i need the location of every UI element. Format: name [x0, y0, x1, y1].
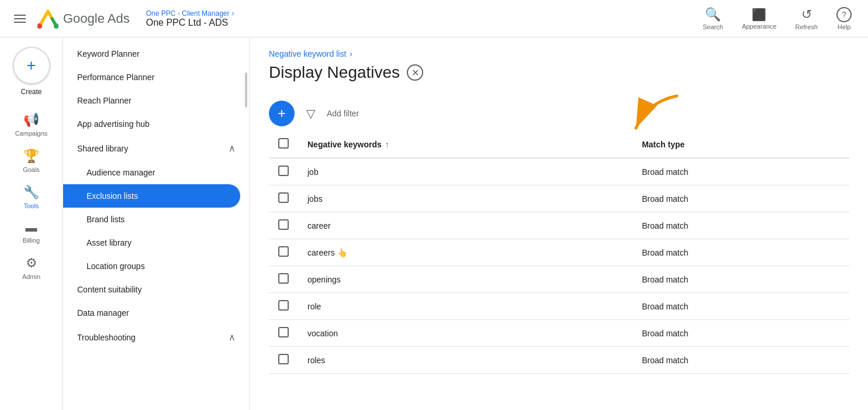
billing-nav-label: Billing	[23, 237, 40, 244]
keyword-cell: jobs	[298, 185, 632, 212]
google-ads-logo: Google Ads	[37, 8, 130, 29]
troubleshooting-chevron: ∧	[229, 332, 236, 343]
breadcrumb-link[interactable]: Negative keyword list	[269, 49, 346, 58]
page-title: Display Negatives	[269, 63, 400, 82]
match-type-column-header: Match type	[632, 131, 849, 158]
search-action[interactable]: 🔍 Search	[696, 2, 730, 35]
row-checkbox-cell	[269, 212, 298, 239]
keyword-cell: job	[298, 158, 632, 185]
row-5-checkbox[interactable]	[278, 300, 289, 311]
sidebar-item-app-advertising[interactable]: App advertising hub	[63, 112, 250, 136]
keyword-cell: role	[298, 293, 632, 320]
breadcrumb: Negative keyword list ›	[269, 49, 849, 58]
admin-nav-label: Admin	[22, 273, 40, 280]
sidebar-item-audience-manager[interactable]: Audience manager	[63, 161, 250, 184]
account-name: One PPC Ltd - ADS	[146, 18, 234, 28]
row-checkbox-cell	[269, 293, 298, 320]
row-checkbox-cell	[269, 239, 298, 266]
keyword-cell: careers 👆	[298, 239, 632, 266]
row-4-checkbox[interactable]	[278, 273, 289, 284]
topbar-left: Google Ads One PPC - Client Manager › On…	[9, 8, 696, 30]
scroll-indicator	[245, 73, 247, 108]
row-1-checkbox[interactable]	[278, 192, 289, 203]
search-label: Search	[703, 23, 723, 30]
sidebar-item-keyword-planner[interactable]: Keyword Planner	[63, 42, 250, 66]
sidebar: Keyword Planner Performance Planner Reac…	[63, 37, 250, 410]
table-row: openingsBroad match	[269, 266, 849, 293]
match-type-cell: Broad match	[632, 320, 849, 347]
select-all-checkbox[interactable]	[278, 138, 289, 149]
goals-nav-label: Goals	[23, 166, 40, 173]
close-button[interactable]: ✕	[407, 64, 423, 81]
sidebar-item-brand-lists[interactable]: Brand lists	[63, 208, 250, 231]
admin-icon: ⚙	[26, 256, 37, 271]
table-row: jobsBroad match	[269, 185, 849, 212]
add-button[interactable]: +	[269, 101, 295, 126]
row-2-checkbox[interactable]	[278, 219, 289, 230]
refresh-label: Refresh	[795, 23, 818, 30]
account-info: One PPC - Client Manager › One PPC Ltd -…	[146, 9, 234, 28]
sidebar-item-asset-library[interactable]: Asset library	[63, 231, 250, 254]
match-type-cell: Broad match	[632, 239, 849, 266]
hamburger-menu[interactable]	[9, 8, 30, 30]
table-row: careerBroad match	[269, 212, 849, 239]
shared-library-section[interactable]: Shared library ∧	[63, 136, 250, 161]
sidebar-item-campaigns[interactable]: 📢 Campaigns	[5, 108, 58, 142]
row-3-checkbox[interactable]	[278, 246, 289, 257]
match-type-cell: Broad match	[632, 158, 849, 185]
create-button[interactable]: +	[13, 47, 50, 84]
sidebar-item-admin[interactable]: ⚙ Admin	[5, 251, 58, 285]
sidebar-item-data-manager[interactable]: Data manager	[63, 301, 250, 325]
goals-icon: 🏆	[23, 149, 39, 164]
match-type-cell: Broad match	[632, 266, 849, 293]
add-filter-label[interactable]: Add filter	[327, 109, 359, 118]
topbar-right: 🔍 Search ⬛ Appearance ↺ Refresh ? Help	[696, 2, 859, 35]
shared-library-chevron: ∧	[229, 143, 236, 154]
match-type-cell: Broad match	[632, 347, 849, 374]
campaigns-icon: 📢	[23, 112, 39, 128]
breadcrumb-sep: ›	[350, 49, 352, 58]
layout: + Create 📢 Campaigns 🏆 Goals 🔧 Tools ▬ B…	[0, 37, 868, 410]
row-checkbox-cell	[269, 320, 298, 347]
appearance-action[interactable]: ⬛ Appearance	[735, 3, 783, 35]
refresh-action[interactable]: ↺ Refresh	[788, 2, 825, 35]
filter-icon[interactable]: ▽	[302, 102, 320, 125]
table-row: roleBroad match	[269, 293, 849, 320]
help-icon: ?	[836, 7, 852, 22]
sidebar-item-content-suitability[interactable]: Content suitability	[63, 278, 250, 301]
sidebar-item-reach-planner[interactable]: Reach Planner	[63, 89, 250, 112]
keyword-cell: openings	[298, 266, 632, 293]
keywords-table: Negative keywords ↑ Match type jobBroad …	[269, 131, 849, 374]
appearance-label: Appearance	[742, 23, 776, 30]
keyword-cell: vocation	[298, 320, 632, 347]
tools-icon: 🔧	[23, 185, 39, 200]
create-label: Create	[20, 88, 42, 96]
table-row: careers 👆Broad match	[269, 239, 849, 266]
sidebar-item-goals[interactable]: 🏆 Goals	[5, 144, 58, 178]
row-6-checkbox[interactable]	[278, 327, 289, 337]
sidebar-item-exclusion-lists[interactable]: Exclusion lists	[63, 184, 240, 208]
row-7-checkbox[interactable]	[278, 354, 289, 364]
sidebar-item-location-groups[interactable]: Location groups	[63, 254, 250, 278]
table-row: rolesBroad match	[269, 347, 849, 374]
search-icon: 🔍	[705, 7, 721, 22]
match-type-cell: Broad match	[632, 293, 849, 320]
row-0-checkbox[interactable]	[278, 166, 289, 176]
account-manager[interactable]: One PPC - Client Manager ›	[146, 9, 234, 18]
sidebar-item-billing[interactable]: ▬ Billing	[5, 216, 58, 249]
sidebar-item-tools[interactable]: 🔧 Tools	[5, 180, 58, 214]
help-action[interactable]: ? Help	[829, 2, 859, 35]
appearance-icon: ⬛	[752, 8, 766, 22]
keyword-cell: roles	[298, 347, 632, 374]
table-row: vocationBroad match	[269, 320, 849, 347]
icon-nav: + Create 📢 Campaigns 🏆 Goals 🔧 Tools ▬ B…	[0, 37, 63, 410]
plus-icon: +	[26, 56, 36, 75]
select-all-header[interactable]	[269, 131, 298, 158]
troubleshooting-section[interactable]: Troubleshooting ∧	[63, 325, 250, 350]
table-row: jobBroad match	[269, 158, 849, 185]
page-title-area: Display Negatives ✕	[269, 63, 849, 82]
sidebar-item-performance-planner[interactable]: Performance Planner	[63, 66, 250, 89]
row-checkbox-cell	[269, 266, 298, 293]
match-type-cell: Broad match	[632, 212, 849, 239]
sort-icon[interactable]: ↑	[385, 140, 389, 149]
